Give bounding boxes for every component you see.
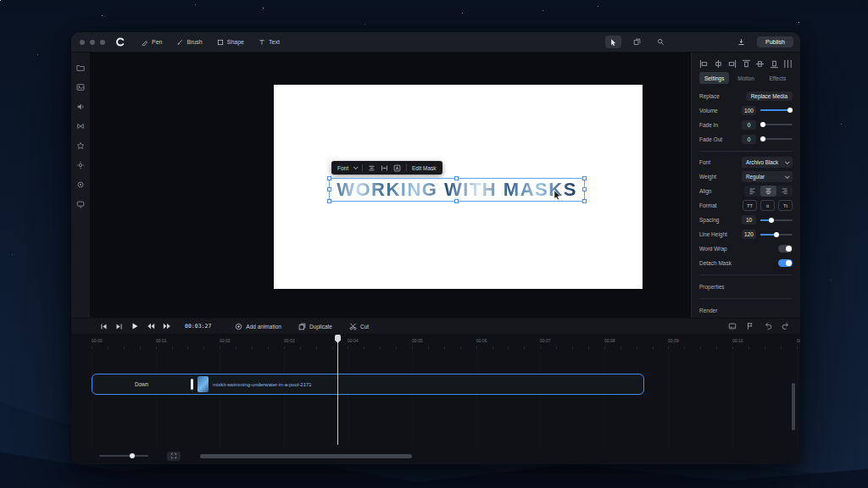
- align-left-icon[interactable]: [699, 59, 709, 69]
- play-icon[interactable]: [131, 322, 139, 330]
- shape-tool[interactable]: Shape: [217, 39, 244, 46]
- line-height-value[interactable]: 120: [742, 230, 756, 239]
- properties-row[interactable]: Properties: [699, 280, 793, 294]
- audio-icon[interactable]: [76, 103, 85, 111]
- fit-timeline-button[interactable]: [167, 452, 181, 461]
- tab-settings[interactable]: Settings: [699, 72, 729, 83]
- font-menu-button[interactable]: Font: [337, 165, 348, 171]
- ruler-tick: 00:09: [668, 338, 679, 343]
- stock-media-icon[interactable]: [76, 83, 85, 92]
- align-right-icon[interactable]: [727, 59, 737, 69]
- brush-tool[interactable]: Brush: [176, 39, 202, 46]
- render-row[interactable]: Render: [699, 303, 793, 318]
- replace-row: Replace Replace Media: [699, 89, 793, 103]
- export-button[interactable]: [733, 36, 749, 48]
- flag-icon[interactable]: [746, 322, 754, 330]
- resize-handle[interactable]: [582, 176, 587, 180]
- fade-in-row: Fade In 0: [699, 118, 793, 132]
- add-animation-button[interactable]: Add animation: [235, 323, 281, 330]
- format-buttons: TT tt Tt: [743, 200, 793, 211]
- tab-motion[interactable]: Motion: [731, 72, 760, 83]
- redo-icon[interactable]: [782, 322, 790, 330]
- text-align-center-button[interactable]: [760, 186, 776, 197]
- edit-mask-button[interactable]: Edit Mask: [412, 165, 437, 171]
- lowercase-button[interactable]: tt: [760, 200, 775, 211]
- video-canvas[interactable]: Font Edit Mask: [274, 85, 643, 289]
- font-dropdown[interactable]: Archivo Black: [742, 157, 793, 168]
- search-button[interactable]: [653, 36, 669, 48]
- rewind-icon[interactable]: [147, 322, 155, 330]
- text-selection-box[interactable]: WORKING WITH MASKS: [329, 178, 585, 202]
- text-clip-segment[interactable]: Down: [92, 374, 191, 394]
- skip-end-icon[interactable]: [115, 323, 123, 330]
- align-lines-icon[interactable]: [368, 164, 376, 172]
- settings-icon[interactable]: [76, 161, 85, 169]
- timeline-zoom-slider[interactable]: [99, 455, 148, 457]
- publish-button[interactable]: Publish: [757, 36, 793, 47]
- align-middle-v-icon[interactable]: [755, 59, 765, 69]
- tab-effects[interactable]: Effects: [763, 72, 793, 83]
- distribute-icon[interactable]: [783, 59, 793, 69]
- timeline-clip[interactable]: Down mixkit-swimming-underwater-in-a-poo…: [92, 374, 644, 395]
- skip-start-icon[interactable]: [100, 323, 108, 330]
- resize-handle[interactable]: [582, 199, 587, 203]
- captions-icon[interactable]: [728, 322, 737, 330]
- resize-handle[interactable]: [327, 199, 331, 203]
- pen-tool[interactable]: Pen: [142, 39, 162, 46]
- folder-icon[interactable]: [76, 64, 85, 72]
- fast-forward-icon[interactable]: [163, 322, 171, 330]
- uppercase-button[interactable]: TT: [743, 200, 757, 211]
- text-tool[interactable]: Text: [259, 39, 280, 46]
- vertical-scrollbar[interactable]: [792, 383, 795, 430]
- weight-dropdown[interactable]: Regular: [742, 171, 793, 182]
- ruler-tick: 00:02: [220, 338, 231, 343]
- align-center-h-icon[interactable]: [714, 59, 723, 69]
- select-tool-button[interactable]: [605, 36, 621, 48]
- detach-mask-toggle[interactable]: [778, 259, 793, 267]
- resize-handle[interactable]: [454, 199, 459, 203]
- resize-handle[interactable]: [582, 187, 587, 191]
- resize-handle[interactable]: [454, 176, 459, 180]
- spacing-icon[interactable]: [381, 164, 388, 172]
- word-wrap-label: Word Wrap: [699, 246, 727, 252]
- line-height-slider[interactable]: [760, 234, 793, 236]
- layers-tool-button[interactable]: [629, 36, 645, 48]
- replace-media-button[interactable]: Replace Media: [746, 92, 793, 101]
- text-align-left-button[interactable]: [744, 186, 760, 197]
- playhead[interactable]: [335, 335, 341, 446]
- spacing-value[interactable]: 10: [742, 215, 756, 225]
- star-icon[interactable]: [76, 141, 85, 150]
- fade-out-row: Fade Out 0: [699, 132, 793, 147]
- resize-handle[interactable]: [327, 176, 331, 180]
- detach-mask-row: Detach Mask: [699, 256, 793, 270]
- undo-icon[interactable]: [764, 322, 772, 330]
- trim-handle[interactable]: [191, 379, 193, 390]
- volume-value[interactable]: 100: [742, 106, 756, 115]
- masked-headline-text[interactable]: WORKING WITH MASKS: [330, 179, 584, 201]
- text-case-icon[interactable]: [393, 164, 401, 172]
- titlecase-button[interactable]: Tt: [778, 200, 793, 211]
- transitions-icon[interactable]: [76, 122, 85, 130]
- horizontal-scrollbar[interactable]: [200, 454, 412, 458]
- traffic-lights[interactable]: [80, 40, 105, 45]
- cut-button[interactable]: Cut: [349, 323, 369, 330]
- duplicate-button[interactable]: Duplicate: [298, 323, 332, 330]
- align-bottom-icon[interactable]: [770, 59, 779, 69]
- align-top-icon[interactable]: [742, 59, 751, 69]
- fade-in-value[interactable]: 0: [742, 120, 756, 130]
- record-icon[interactable]: [76, 180, 85, 189]
- mouse-cursor-icon: [554, 188, 561, 203]
- word-wrap-toggle[interactable]: [778, 245, 793, 252]
- resize-handle[interactable]: [327, 187, 331, 191]
- fade-in-slider[interactable]: [760, 124, 793, 125]
- volume-slider[interactable]: [760, 109, 793, 111]
- fade-out-value[interactable]: 0: [742, 135, 756, 144]
- spacing-slider[interactable]: [760, 219, 793, 221]
- cut-icon: [349, 323, 357, 330]
- panel-divider: [699, 298, 793, 299]
- titlebar: Pen Brush Shape Text: [71, 32, 800, 53]
- text-align-right-button[interactable]: [776, 186, 793, 197]
- screen-icon[interactable]: [76, 200, 85, 208]
- timeline-ruler[interactable]: 00:00 00:01 00:02 00:03 00:04 00:05 00:0…: [71, 335, 800, 351]
- fade-out-slider[interactable]: [760, 138, 793, 140]
